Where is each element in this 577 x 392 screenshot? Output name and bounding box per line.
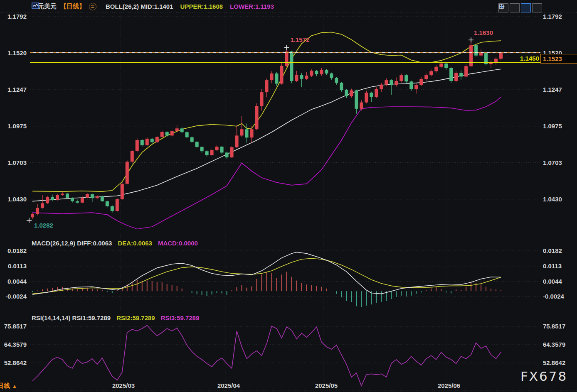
- period-badge[interactable]: 【日线】: [60, 2, 85, 10]
- settings-icon[interactable]: [89, 3, 96, 10]
- macd-value-label: MACD:0.0000: [158, 240, 198, 247]
- last-price-box: 1.1523: [540, 54, 577, 64]
- timeframe-selector[interactable]: 日线 ▲: [0, 382, 17, 390]
- chart-header: 欧元美元 【日线】 BOLL(26,2) MID:1.1401 UPPER:1.…: [32, 2, 274, 10]
- chart-toolbar: [498, 3, 542, 12]
- boll-upper-label: UPPER:1.1608: [180, 3, 223, 10]
- indicator-play-icon[interactable]: [521, 3, 531, 12]
- macd-diff-label: MACD(26,12,9) DIFF:0.0063: [32, 240, 112, 247]
- timeframe-label: 日线: [0, 382, 10, 390]
- rsi2-label: RSI2:59.7289: [116, 314, 155, 321]
- up-triangle-icon: ▲: [12, 383, 17, 389]
- macd-dea-label: DEA:0.0063: [118, 240, 152, 247]
- watermark: FX678: [520, 369, 567, 384]
- macd-header: MACD(26,12,9) DIFF:0.0063 DEA:0.0063 MAC…: [32, 240, 198, 247]
- exit-chart-icon[interactable]: [532, 3, 542, 12]
- boll-mid-label: BOLL(26,2) MID:1.1401: [106, 3, 173, 10]
- boll-lower-label: LOWER:1.1193: [230, 3, 274, 10]
- rsi1-label: RSI(14,14,14) RSI1:59.7289: [32, 314, 111, 321]
- axis-range-icon[interactable]: [510, 3, 520, 12]
- rsi3-label: RSI3:59.7289: [161, 314, 200, 321]
- rsi-header: RSI(14,14,14) RSI1:59.7289 RSI2:59.7289 …: [32, 314, 199, 321]
- support-price-label: 1.1450: [488, 55, 539, 62]
- trading-chart-window: 1.17921.17921.15201.15201.12471.12471.09…: [0, 0, 577, 392]
